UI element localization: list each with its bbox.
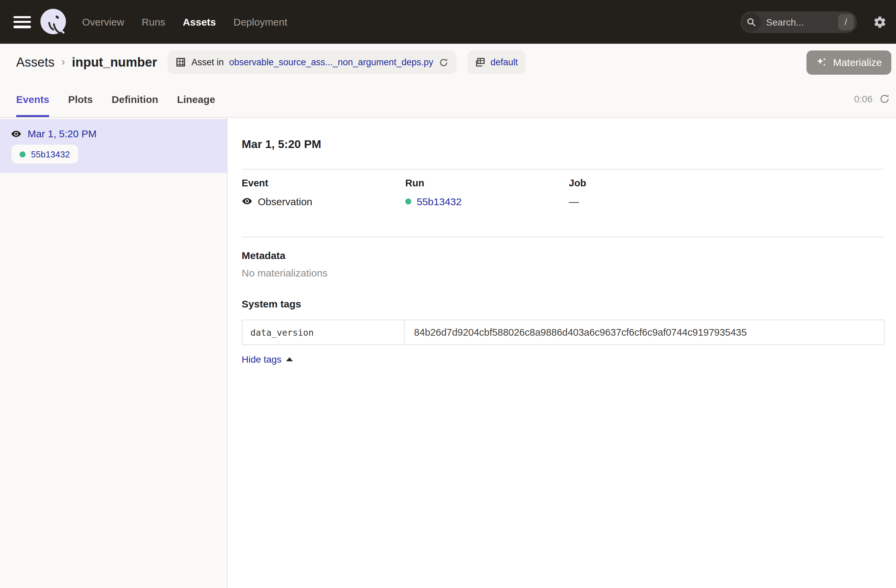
nav-link-overview[interactable]: Overview: [82, 16, 124, 27]
event-column: Event Observation: [242, 178, 405, 207]
search-icon: [742, 12, 761, 31]
page-title: input_number: [72, 55, 157, 70]
run-status-dot: [20, 151, 26, 157]
search-input[interactable]: Search... /: [741, 11, 857, 33]
repo-grid-icon: [475, 57, 485, 67]
run-id-link[interactable]: 55b13432: [417, 196, 462, 207]
refresh-icon[interactable]: [879, 94, 890, 104]
event-list-sidebar: Mar 1, 5:20 PM 55b13432: [0, 118, 227, 588]
collapse-caret-icon: [286, 357, 293, 361]
hide-tags-link[interactable]: Hide tags: [242, 354, 293, 365]
refresh-countdown: 0:06: [854, 94, 873, 104]
run-column-label: Run: [405, 178, 569, 189]
hide-tags-label: Hide tags: [242, 354, 281, 365]
menu-icon[interactable]: [14, 16, 31, 28]
metadata-heading: Metadata: [242, 249, 885, 261]
code-location-chip: default: [467, 50, 526, 74]
event-column-label: Event: [242, 178, 405, 189]
nav-link-deployment[interactable]: Deployment: [233, 16, 288, 27]
octopus-icon: [40, 8, 70, 37]
job-empty-value: —: [569, 196, 579, 207]
run-id-pill[interactable]: 55b13432: [11, 144, 78, 164]
tabs: Events Plots Definition Lineage: [16, 81, 215, 117]
tag-key-cell: data_version: [242, 320, 404, 345]
divider: [242, 237, 885, 237]
nav-links: Overview Runs Assets Deployment: [82, 16, 288, 27]
table-row: data_version 84b26d7d9204cbf588026c8a988…: [242, 320, 884, 345]
metadata-empty-text: No materializations: [242, 267, 885, 278]
event-type-value: Observation: [258, 196, 312, 207]
search-placeholder: Search...: [766, 17, 838, 27]
app-window: Overview Runs Assets Deployment Search..…: [0, 0, 896, 588]
event-list-item[interactable]: Mar 1, 5:20 PM 55b13432: [0, 119, 227, 173]
tab-definition[interactable]: Definition: [112, 81, 158, 117]
job-column-label: Job: [569, 178, 732, 189]
system-tags-heading: System tags: [242, 298, 885, 310]
run-status-dot: [405, 198, 411, 204]
reload-definitions-icon[interactable]: [439, 58, 448, 67]
search-shortcut-key: /: [838, 14, 853, 30]
event-timestamp: Mar 1, 5:20 PM: [27, 128, 97, 139]
sparkle-icon: [816, 56, 828, 68]
event-summary-columns: Event Observation Run 55b13432: [242, 178, 885, 207]
top-navbar: Overview Runs Assets Deployment Search..…: [0, 0, 896, 44]
run-id-label: 55b13432: [31, 149, 70, 159]
tabs-bar: Events Plots Definition Lineage 0:06: [0, 81, 896, 118]
tab-plots[interactable]: Plots: [68, 81, 93, 117]
job-column: Job —: [569, 178, 732, 207]
nav-link-runs[interactable]: Runs: [142, 16, 165, 27]
tab-events[interactable]: Events: [16, 81, 49, 117]
settings-gear-icon[interactable]: [873, 15, 887, 29]
asset-definition-chip: Asset in observable_source_ass..._non_ar…: [168, 50, 456, 74]
dagster-logo[interactable]: [40, 8, 67, 36]
observation-eye-icon: [11, 128, 21, 139]
breadcrumb-chevron-icon: ›: [61, 56, 65, 67]
page-header: Assets › input_number Asset in observabl…: [0, 44, 896, 118]
event-detail-title: Mar 1, 5:20 PM: [242, 137, 885, 152]
event-detail-panel: Mar 1, 5:20 PM Event Observation Run: [227, 118, 896, 588]
breadcrumb-assets-link[interactable]: Assets: [16, 55, 55, 70]
nav-link-assets[interactable]: Assets: [183, 16, 216, 27]
table-grid-icon: [176, 57, 186, 67]
asset-definition-link[interactable]: observable_source_ass..._non_argument_de…: [229, 57, 433, 67]
divider: [242, 169, 885, 170]
run-column: Run 55b13432: [405, 178, 569, 207]
code-location-link[interactable]: default: [491, 57, 518, 67]
system-tags-table: data_version 84b26d7d9204cbf588026c8a988…: [242, 319, 885, 345]
observation-eye-icon: [242, 196, 253, 207]
tab-lineage[interactable]: Lineage: [177, 81, 215, 117]
tag-value-cell: 84b26d7d9204cbf588026c8a9886d403a6c9637c…: [404, 320, 884, 345]
refresh-timer-group: 0:06: [854, 81, 890, 117]
breadcrumb: Assets › input_number Asset in observabl…: [0, 44, 896, 81]
content-body: Mar 1, 5:20 PM 55b13432 Mar 1, 5:20 PM E…: [0, 118, 896, 588]
materialize-label: Materialize: [833, 56, 882, 68]
materialize-button[interactable]: Materialize: [807, 50, 891, 74]
asset-chip-prefix: Asset in: [192, 57, 224, 67]
